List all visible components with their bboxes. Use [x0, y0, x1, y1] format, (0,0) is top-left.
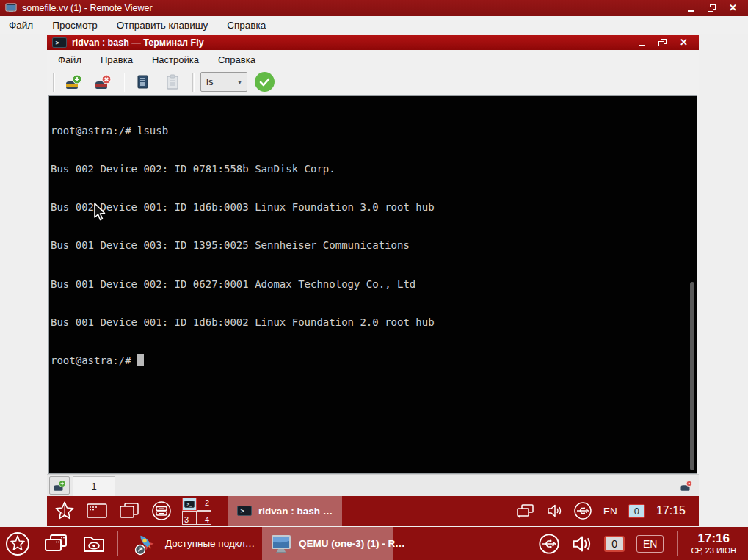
command-combobox-value: ls	[206, 76, 213, 87]
toolbar-separator	[123, 73, 123, 92]
host-start-button[interactable]	[1, 527, 34, 560]
terminal-line: Bus 001 Device 002: ID 0627:0001 Adomax …	[51, 278, 695, 291]
host-menu-file[interactable]: Файл	[9, 20, 33, 31]
host-menu-view[interactable]: Просмотр	[52, 20, 98, 31]
vm-volume-icon[interactable]	[546, 503, 562, 518]
vm-restore-button[interactable]	[658, 36, 667, 49]
vm-screen: >_ ridvan : bash — Терминал Fly ✕ Файл П…	[47, 35, 699, 526]
terminal-prompt: root@astra:/#	[51, 354, 137, 366]
new-tab-button[interactable]	[61, 71, 86, 93]
workspace-switcher[interactable]: >_ 2 3 4	[182, 498, 211, 525]
terminal-tabbar: 1	[47, 474, 699, 496]
tabbar-new-tab-button[interactable]	[49, 476, 70, 495]
terminal-tab-1[interactable]: 1	[73, 476, 115, 496]
tabbar-close-tab-button[interactable]	[676, 476, 697, 495]
terminal-scrollbar-thumb[interactable]	[690, 282, 694, 470]
host-task-qemu[interactable]: QEMU (one-3) (1) - R…	[262, 527, 393, 560]
vm-close-button[interactable]: ✕	[680, 39, 688, 46]
terminal-line: root@astra:/# lsusb	[51, 125, 695, 137]
terminal-line: Bus 002 Device 002: ID 0781:558b SanDisk…	[51, 163, 695, 175]
workspace-2[interactable]: 2	[197, 498, 211, 512]
terminal-prompt-line: root@astra:/#	[51, 354, 695, 367]
host-task-connections-label: Доступные подкл…	[165, 538, 255, 549]
vm-usb-icon[interactable]	[573, 501, 592, 520]
restore-button[interactable]	[708, 1, 716, 15]
copy-icon[interactable]	[131, 71, 156, 93]
terminal-toolbar: ls ▾	[47, 69, 699, 95]
vm-taskbar: >_ 2 3 4 >_ ridvan : bash …	[47, 496, 699, 526]
vm-clock[interactable]: 17:15	[656, 504, 686, 517]
vm-language-indicator[interactable]: EN	[603, 506, 617, 517]
terminal-line: Bus 001 Device 003: ID 1395:0025 Sennhei…	[51, 239, 695, 252]
remote-viewer-monitor-icon	[5, 3, 17, 13]
host-taskbar: Доступные подкл… QEMU (one-3) (1) - R…	[0, 527, 748, 560]
host-windows-icon[interactable]	[40, 527, 72, 560]
run-command-button[interactable]	[255, 72, 275, 92]
host-usb-icon[interactable]	[538, 533, 560, 555]
terminal-icon: >_	[237, 506, 252, 516]
host-task-connections[interactable]: Доступные подкл…	[126, 527, 256, 560]
vm-notification-badge[interactable]: 0	[628, 504, 645, 518]
terminal-window-title: ridvan : bash — Терминал Fly	[72, 37, 204, 48]
host-task-qemu-label: QEMU (one-3) (1) - R…	[299, 538, 405, 549]
terminal-cursor	[137, 354, 144, 366]
workspace-4[interactable]: 4	[197, 511, 211, 525]
host-volume-icon[interactable]	[572, 534, 592, 553]
vm-task-terminal[interactable]: >_ ridvan : bash …	[228, 496, 342, 526]
workspace-1-active[interactable]: >_	[182, 498, 197, 512]
host-system-tray: 0 EN 17:16 СР, 23 ИЮН	[538, 531, 747, 556]
paste-icon	[160, 71, 185, 93]
close-button[interactable]: ✕	[729, 4, 737, 12]
vm-apps-icon[interactable]	[85, 499, 109, 523]
terminal-menubar: Файл Правка Настройка Справка	[47, 50, 699, 69]
toolbar-grip-2	[192, 73, 193, 92]
tray-separator	[677, 531, 678, 556]
vm-network-icon[interactable]	[516, 502, 535, 520]
host-language-indicator[interactable]: EN	[636, 535, 664, 553]
host-clock[interactable]: 17:16 СР, 23 ИЮН	[691, 532, 741, 555]
host-window-title: somefile.vv (1) - Remote Viewer	[22, 3, 153, 13]
vm-system-tray: EN 0 17:15	[516, 501, 693, 520]
command-combobox[interactable]: ls ▾	[200, 72, 247, 92]
close-tab-button[interactable]	[90, 71, 115, 93]
vm-windows-icon[interactable]	[117, 499, 141, 523]
toolbar-grip	[53, 73, 54, 92]
monitor-icon	[270, 534, 292, 554]
host-clock-date: СР, 23 ИЮН	[691, 546, 736, 555]
terminal-menu-file[interactable]: Файл	[58, 54, 81, 65]
vm-minimize-button[interactable]	[639, 36, 645, 49]
host-titlebar: somefile.vv (1) - Remote Viewer ✕	[0, 0, 748, 16]
host-clock-time: 17:16	[691, 532, 736, 546]
terminal-menu-help[interactable]: Справка	[218, 54, 255, 65]
host-notification-badge[interactable]: 0	[604, 536, 625, 552]
terminal-menu-edit[interactable]: Правка	[101, 54, 133, 65]
host-menubar: Файл Просмотр Отправить клавишу Справка	[0, 16, 748, 34]
taskbar-separator	[117, 531, 118, 556]
terminal-icon: >_	[52, 37, 67, 48]
workspace-3[interactable]: 3	[182, 511, 197, 525]
terminal-output[interactable]: root@astra:/# lsusb Bus 002 Device 002: …	[48, 95, 697, 474]
vm-storage-icon[interactable]	[150, 499, 173, 523]
terminal-window-titlebar: >_ ridvan : bash — Терминал Fly ✕	[47, 35, 699, 50]
host-menu-help[interactable]: Справка	[227, 20, 266, 31]
terminal-menu-settings[interactable]: Настройка	[152, 54, 199, 65]
rocket-icon	[134, 531, 159, 556]
host-menu-send-key[interactable]: Отправить клавишу	[117, 20, 208, 31]
terminal-line: Bus 002 Device 001: ID 1d6b:0003 Linux F…	[51, 201, 695, 214]
chevron-down-icon: ▾	[233, 78, 247, 86]
terminal-line: Bus 001 Device 001: ID 1d6b:0002 Linux F…	[51, 316, 695, 329]
minimize-button[interactable]	[688, 1, 694, 15]
vm-task-label: ridvan : bash …	[258, 506, 333, 517]
vm-start-star-icon[interactable]	[53, 499, 76, 523]
host-folder-eye-icon[interactable]	[78, 527, 110, 560]
